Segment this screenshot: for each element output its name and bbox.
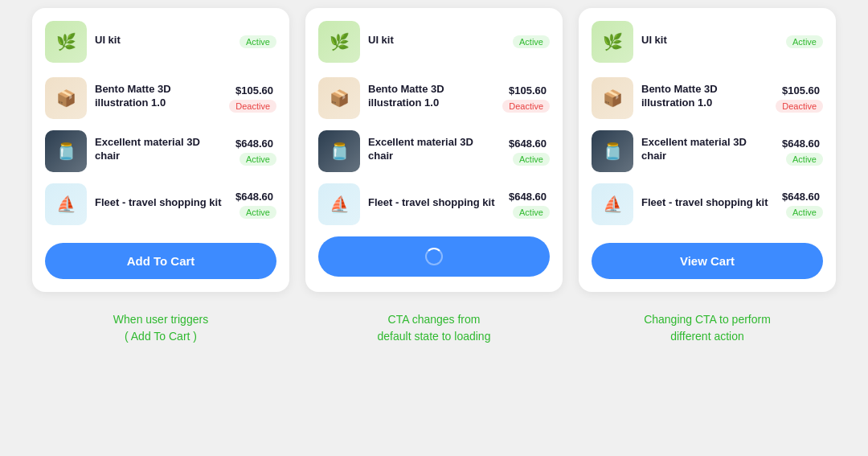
product-thumb-3-1: 📦 <box>592 77 633 119</box>
product-name-top-2: UI kit <box>368 34 505 47</box>
product-thumb-1-2: 🫙 <box>45 130 87 172</box>
product-info-3-1: Bento Matte 3D illustration 1.0 <box>641 83 768 113</box>
loading-spinner <box>425 248 443 265</box>
card-2: 🌿UI kitActive📦Bento Matte 3D illustratio… <box>305 8 563 292</box>
view-cart-button-3[interactable]: View Cart <box>592 243 823 279</box>
product-info-1-2: Excellent material 3D chair <box>95 136 227 166</box>
cards-container: 🌿UI kitActive📦Bento Matte 3D illustratio… <box>32 8 836 292</box>
product-name-1-1: Bento Matte 3D illustration 1.0 <box>95 83 221 110</box>
product-thumb-2-1: 📦 <box>318 77 360 119</box>
product-thumb-2-3: ⛵ <box>318 183 360 225</box>
price-badge-1-2: $648.60Active <box>235 138 276 166</box>
product-price-1-2: $648.60 <box>235 138 273 150</box>
price-badge-top-2: Active <box>513 35 550 48</box>
product-thumb-3-3: ⛵ <box>592 183 633 225</box>
product-name-2-2: Excellent material 3D chair <box>368 136 501 163</box>
badge-2-3: Active <box>513 206 550 219</box>
product-row-top-2: 🌿UI kitActive <box>318 21 550 66</box>
product-name-1-3: Fleet - travel shopping kit <box>95 196 227 210</box>
product-thumb-top-2: 🌿 <box>318 21 360 63</box>
product-row-2-3: ⛵Fleet - travel shopping kit$648.60Activ… <box>318 183 550 225</box>
card-3: 🌿UI kitActive📦Bento Matte 3D illustratio… <box>579 8 836 292</box>
loading-button-2[interactable] <box>318 236 550 277</box>
product-row-2-1: 📦Bento Matte 3D illustration 1.0$105.60D… <box>318 77 550 119</box>
product-row-top-1: 🌿UI kitActive <box>45 21 276 66</box>
label-block-3: Changing CTA to perform different action <box>579 311 836 345</box>
product-price-3-2: $648.60 <box>782 138 820 150</box>
price-badge-3-1: $105.60Deactive <box>776 84 823 113</box>
badge-2-1: Deactive <box>502 100 550 113</box>
product-info-3-3: Fleet - travel shopping kit <box>641 196 774 213</box>
product-name-3-3: Fleet - travel shopping kit <box>641 196 774 210</box>
product-thumb-top-3: 🌿 <box>592 21 633 63</box>
price-badge-2-2: $648.60Active <box>509 138 550 166</box>
label-text-1: When user triggers ( Add To Cart ) <box>32 311 289 345</box>
product-name-top-3: UI kit <box>641 34 778 47</box>
product-info-1-3: Fleet - travel shopping kit <box>95 196 227 213</box>
label-block-1: When user triggers ( Add To Cart ) <box>32 311 289 345</box>
badge-3-1: Deactive <box>776 100 823 113</box>
badge-3-2: Active <box>786 153 823 166</box>
price-badge-3-3: $648.60Active <box>782 191 823 219</box>
price-badge-1-3: $648.60Active <box>235 191 276 219</box>
product-price-3-1: $105.60 <box>782 84 820 97</box>
product-name-2-1: Bento Matte 3D illustration 1.0 <box>368 83 494 110</box>
price-badge-top-3: Active <box>786 35 823 48</box>
product-row-top-3: 🌿UI kitActive <box>592 21 823 66</box>
product-price-1-3: $648.60 <box>235 191 273 203</box>
product-price-2-2: $648.60 <box>509 138 547 150</box>
product-name-1-2: Excellent material 3D chair <box>95 136 227 163</box>
product-info-2-2: Excellent material 3D chair <box>368 136 501 166</box>
add-to-cart-button-1[interactable]: Add To Cart <box>45 243 276 279</box>
product-info-3-2: Excellent material 3D chair <box>641 136 774 166</box>
price-badge-2-1: $105.60Deactive <box>502 84 550 113</box>
product-thumb-3-2: 🫙 <box>592 130 633 172</box>
badge-1-2: Active <box>240 153 276 166</box>
product-info-top-2: UI kit <box>368 34 505 51</box>
product-row-1-2: 🫙Excellent material 3D chair$648.60Activ… <box>45 130 276 172</box>
product-row-1-3: ⛵Fleet - travel shopping kit$648.60Activ… <box>45 183 276 225</box>
product-price-3-3: $648.60 <box>782 191 820 203</box>
product-price-1-1: $105.60 <box>235 84 273 97</box>
badge-2-2: Active <box>513 153 550 166</box>
product-name-3-2: Excellent material 3D chair <box>641 136 774 163</box>
badge-1-3: Active <box>240 206 276 219</box>
product-thumb-2-2: 🫙 <box>318 130 360 172</box>
product-row-3-1: 📦Bento Matte 3D illustration 1.0$105.60D… <box>592 77 823 119</box>
product-row-1-1: 📦Bento Matte 3D illustration 1.0$105.60D… <box>45 77 276 119</box>
price-badge-1-1: $105.60Deactive <box>229 84 276 113</box>
product-price-2-1: $105.60 <box>509 84 547 97</box>
price-badge-3-2: $648.60Active <box>782 138 823 166</box>
product-info-2-3: Fleet - travel shopping kit <box>368 196 501 213</box>
product-thumb-1-1: 📦 <box>45 77 87 119</box>
badge-3-3: Active <box>786 206 823 219</box>
label-text-3: Changing CTA to perform different action <box>579 311 836 345</box>
product-row-3-3: ⛵Fleet - travel shopping kit$648.60Activ… <box>592 183 823 225</box>
product-name-2-3: Fleet - travel shopping kit <box>368 196 501 210</box>
labels-container: When user triggers ( Add To Cart )CTA ch… <box>32 311 836 345</box>
product-info-top-3: UI kit <box>641 34 778 51</box>
product-price-2-3: $648.60 <box>509 191 547 203</box>
price-badge-2-3: $648.60Active <box>509 191 550 219</box>
product-info-1-1: Bento Matte 3D illustration 1.0 <box>95 83 221 113</box>
card-1: 🌿UI kitActive📦Bento Matte 3D illustratio… <box>32 8 289 292</box>
product-info-2-1: Bento Matte 3D illustration 1.0 <box>368 83 494 113</box>
badge-top-2: Active <box>513 35 550 48</box>
price-badge-top-1: Active <box>240 35 276 48</box>
badge-top-3: Active <box>786 35 823 48</box>
product-info-top-1: UI kit <box>95 34 231 51</box>
product-name-top-1: UI kit <box>95 34 231 47</box>
label-text-2: CTA changes from default state to loadin… <box>305 311 563 345</box>
product-row-3-2: 🫙Excellent material 3D chair$648.60Activ… <box>592 130 823 172</box>
product-name-3-1: Bento Matte 3D illustration 1.0 <box>641 83 768 110</box>
product-row-2-2: 🫙Excellent material 3D chair$648.60Activ… <box>318 130 550 172</box>
badge-1-1: Deactive <box>229 100 276 113</box>
label-block-2: CTA changes from default state to loadin… <box>305 311 563 345</box>
badge-top-1: Active <box>240 35 276 48</box>
product-thumb-1-3: ⛵ <box>45 183 87 225</box>
product-thumb-top-1: 🌿 <box>45 21 87 63</box>
